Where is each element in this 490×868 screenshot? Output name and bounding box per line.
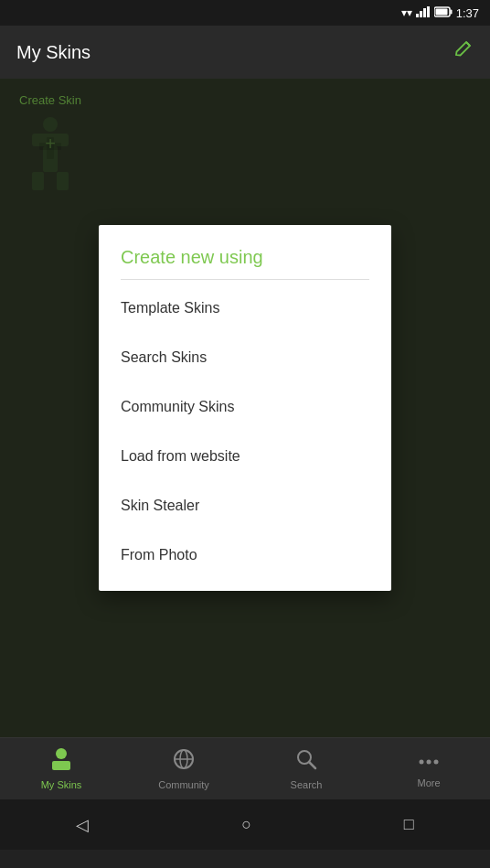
svg-rect-1: [420, 11, 422, 17]
nav-label-my-skins: My Skins: [41, 779, 82, 790]
menu-item-template-skins[interactable]: Template Skins: [121, 284, 369, 333]
app-title: My Skins: [16, 42, 91, 63]
my-skins-icon: [50, 748, 72, 776]
svg-rect-16: [52, 761, 70, 770]
bottom-nav: My Skins Community Search: [0, 737, 490, 799]
nav-item-community[interactable]: Community: [122, 748, 245, 790]
svg-point-24: [434, 759, 439, 764]
app-bar: My Skins: [0, 26, 490, 79]
home-button[interactable]: ○: [241, 815, 251, 834]
modal-title: Create new using: [121, 247, 369, 280]
status-bar: ▾▾ 1:37: [0, 0, 490, 26]
menu-item-from-photo[interactable]: From Photo: [121, 530, 369, 580]
community-icon: [173, 748, 195, 776]
svg-rect-6: [435, 8, 447, 15]
menu-item-load-from-website[interactable]: Load from website: [121, 432, 369, 481]
nav-item-search[interactable]: Search: [245, 748, 368, 790]
edit-icon[interactable]: [453, 39, 474, 65]
svg-line-21: [309, 762, 315, 768]
modal-dialog: Create new using Template Skins Search S…: [99, 225, 391, 591]
nav-label-more: More: [417, 777, 440, 788]
wifi-icon: ▾▾: [401, 6, 412, 19]
nav-label-community: Community: [158, 779, 209, 790]
svg-rect-2: [423, 8, 426, 17]
nav-label-search: Search: [291, 779, 323, 790]
recent-button[interactable]: □: [404, 815, 414, 834]
nav-item-more[interactable]: More: [368, 750, 490, 788]
svg-rect-5: [450, 9, 452, 14]
svg-point-23: [427, 759, 431, 764]
modal-overlay[interactable]: Create new using Template Skins Search S…: [0, 79, 490, 737]
svg-rect-15: [56, 748, 67, 759]
menu-item-search-skins[interactable]: Search Skins: [121, 333, 369, 382]
signal-icon: [416, 6, 431, 20]
battery-icon: [434, 6, 453, 20]
status-icons: ▾▾ 1:37: [401, 6, 479, 20]
search-icon: [295, 748, 317, 776]
svg-rect-0: [416, 14, 419, 17]
more-icon: [418, 750, 440, 774]
menu-item-skin-stealer[interactable]: Skin Stealer: [121, 481, 369, 530]
svg-rect-3: [427, 6, 430, 17]
svg-point-22: [420, 759, 424, 764]
system-nav: ◁ ○ □: [0, 799, 490, 850]
menu-item-community-skins[interactable]: Community Skins: [121, 382, 369, 432]
status-time: 1:37: [456, 6, 479, 20]
back-button[interactable]: ◁: [76, 815, 89, 835]
nav-item-my-skins[interactable]: My Skins: [0, 748, 122, 790]
main-content: Create Skin + Create new using Template …: [0, 79, 490, 737]
